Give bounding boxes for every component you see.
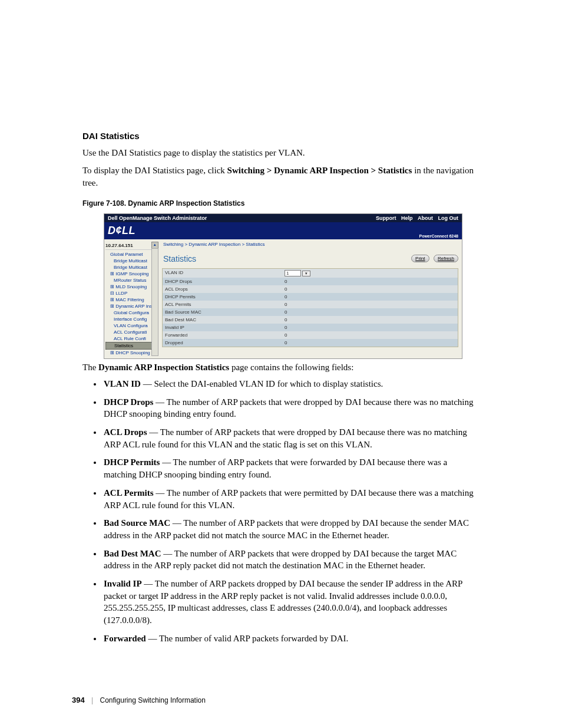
field-desc: — The number of ARP packets dropped by D… — [104, 579, 462, 625]
figure-caption: Figure 7-108. Dynamic ARP Inspection Sta… — [82, 199, 480, 207]
table-row: VLAN ID1 ▾ — [163, 269, 458, 278]
nav-item-mac-filtering[interactable]: ⊞ MAC Filtering — [105, 297, 157, 303]
app-titlebar: Dell OpenManage Switch Administrator Sup… — [104, 214, 462, 222]
stat-label: DHCP Permits — [163, 293, 282, 301]
fields-intro-pre: The — [82, 363, 98, 372]
nav-item-vlan-configura[interactable]: VLAN Configura — [105, 322, 157, 329]
table-row: Bad Dest MAC0 — [163, 316, 458, 324]
page-footer: 394 | Configuring Switching Information — [72, 696, 206, 704]
stat-value: 0 — [282, 285, 458, 293]
page-number: 394 — [72, 696, 85, 704]
help-link[interactable]: Help — [401, 215, 413, 221]
intro-paragraph-2: To display the DAI Statistics page, clic… — [82, 164, 480, 189]
intro2-nav-path: Switching > Dynamic ARP Inspection > Sta… — [227, 166, 412, 175]
table-row: DHCP Drops0 — [163, 278, 458, 285]
nav-item-mrouter-status[interactable]: MRouter Status — [105, 277, 157, 284]
field-definitions: VLAN ID — Select the DAI-enabled VLAN ID… — [82, 378, 480, 644]
field-desc: — The number of ARP packets that were pe… — [104, 488, 474, 510]
nav-item-statistics[interactable]: Statistics — [105, 342, 153, 350]
field-desc: — The number of ARP packets that were dr… — [104, 427, 467, 449]
brand-bar: D¢LL PowerConnect 6248 — [104, 222, 462, 239]
support-link[interactable]: Support — [376, 215, 396, 221]
nav-item-dynamic-arp-insp[interactable]: ⊞ Dynamic ARP Insp — [105, 303, 157, 309]
dropdown-icon[interactable]: ▾ — [302, 271, 310, 276]
table-row: Bad Source MAC0 — [163, 308, 458, 316]
main-panel: Switching > Dynamic ARP Inspection > Sta… — [158, 239, 462, 358]
stat-value: 0 — [282, 293, 458, 301]
fields-intro: The Dynamic ARP Inspection Statistics pa… — [82, 361, 480, 373]
fields-intro-bold: Dynamic ARP Inspection Statistics — [98, 363, 229, 372]
stat-label: Dropped — [163, 339, 282, 347]
nav-item-dhcp-snooping[interactable]: ⊞ DHCP Snooping — [105, 350, 157, 356]
stat-value[interactable]: 1 ▾ — [282, 269, 458, 278]
field-term: DHCP Drops — [104, 397, 153, 407]
stat-value: 0 — [282, 339, 458, 347]
stat-label: Bad Dest MAC — [163, 316, 282, 324]
device-ip: 10.27.64.151 — [105, 242, 157, 250]
nav-item-igmp-snooping[interactable]: ⊞ IGMP Snooping — [105, 271, 157, 277]
field-term: VLAN ID — [104, 379, 141, 388]
scroll-track[interactable] — [151, 248, 158, 356]
fields-intro-post: page contains the following fields: — [229, 363, 353, 372]
stat-value: 0 — [282, 324, 458, 331]
print-button[interactable]: Print — [411, 255, 429, 262]
field-definition: Bad Source MAC — The number of ARP packe… — [103, 517, 480, 541]
stat-label: DHCP Drops — [163, 278, 282, 285]
model-label: PowerConnect 6248 — [419, 234, 458, 238]
nav-item-acl-rule-confi[interactable]: ACL Rule Confi — [105, 335, 157, 342]
figure-screenshot: Dell OpenManage Switch Administrator Sup… — [104, 213, 462, 359]
field-definition: Bad Dest MAC — The number of ARP packets… — [103, 548, 480, 572]
stat-value: 0 — [282, 308, 458, 316]
nav-tree[interactable]: ▴ 10.27.64.151 Global ParametBridge Mult… — [104, 239, 158, 358]
field-term: Forwarded — [104, 634, 146, 643]
stat-label: Bad Source MAC — [163, 308, 282, 316]
table-row: Invalid IP0 — [163, 324, 458, 331]
stat-label: ACL Permits — [163, 301, 282, 308]
refresh-button[interactable]: Refresh — [434, 255, 458, 262]
field-definition: ACL Drops — The number of ARP packets th… — [103, 426, 480, 450]
field-definition: VLAN ID — Select the DAI-enabled VLAN ID… — [103, 378, 480, 390]
field-definition: Invalid IP — The number of ARP packets d… — [103, 578, 480, 627]
field-term: Bad Source MAC — [104, 518, 170, 528]
nav-item-acl-configurati[interactable]: ACL Configurati — [105, 329, 157, 335]
nav-item-bridge-multicast[interactable]: Bridge Multicast — [105, 264, 157, 271]
nav-item-mld-snooping[interactable]: ⊞ MLD Snooping — [105, 284, 157, 290]
field-desc: — The number of valid ARP packets forwar… — [146, 634, 349, 643]
field-term: ACL Permits — [104, 488, 154, 498]
about-link[interactable]: About — [418, 215, 433, 221]
dell-logo: D¢LL — [108, 225, 135, 236]
section-heading: DAI Statistics — [82, 131, 480, 141]
stat-label: VLAN ID — [163, 269, 282, 278]
logout-link[interactable]: Log Out — [438, 215, 459, 221]
statistics-table: VLAN ID1 ▾DHCP Drops0ACL Drops0DHCP Perm… — [162, 268, 458, 347]
nav-item-global-configura[interactable]: Global Configura — [105, 309, 157, 316]
app-title: Dell OpenManage Switch Administrator — [108, 215, 207, 221]
nav-item-global-paramet[interactable]: Global Paramet — [105, 251, 157, 258]
table-row: ACL Permits0 — [163, 301, 458, 308]
stat-value: 0 — [282, 301, 458, 308]
field-term: DHCP Permits — [104, 457, 160, 467]
footer-separator: | — [91, 696, 93, 704]
stat-value: 0 — [282, 331, 458, 339]
intro-paragraph-1: Use the DAI Statistics page to display t… — [82, 147, 480, 159]
table-row: Dropped0 — [163, 339, 458, 347]
intro2-pre: To display the DAI Statistics page, clic… — [82, 166, 227, 175]
stat-value: 0 — [282, 316, 458, 324]
vlan-id-select[interactable]: 1 — [285, 270, 301, 276]
stat-label: ACL Drops — [163, 285, 282, 293]
nav-item-interface-config[interactable]: Interface Config — [105, 316, 157, 322]
breadcrumb: Switching > Dynamic ARP Inspection > Sta… — [163, 242, 458, 247]
field-desc: — Select the DAI-enabled VLAN ID for whi… — [141, 379, 383, 388]
field-definition: ACL Permits — The number of ARP packets … — [103, 487, 480, 511]
footer-section: Configuring Switching Information — [100, 696, 206, 704]
field-desc: — The number of ARP packets that were dr… — [104, 397, 474, 419]
field-term: Invalid IP — [104, 579, 142, 588]
table-row: Forwarded0 — [163, 331, 458, 339]
nav-item-lldp[interactable]: ⊟ LLDP — [105, 290, 157, 297]
stat-label: Invalid IP — [163, 324, 282, 331]
header-links: Support Help About Log Out — [372, 215, 458, 221]
table-row: ACL Drops0 — [163, 285, 458, 293]
field-definition: Forwarded — The number of valid ARP pack… — [103, 633, 480, 645]
nav-item-bridge-multicast[interactable]: Bridge Multicast — [105, 258, 157, 264]
table-row: DHCP Permits0 — [163, 293, 458, 301]
